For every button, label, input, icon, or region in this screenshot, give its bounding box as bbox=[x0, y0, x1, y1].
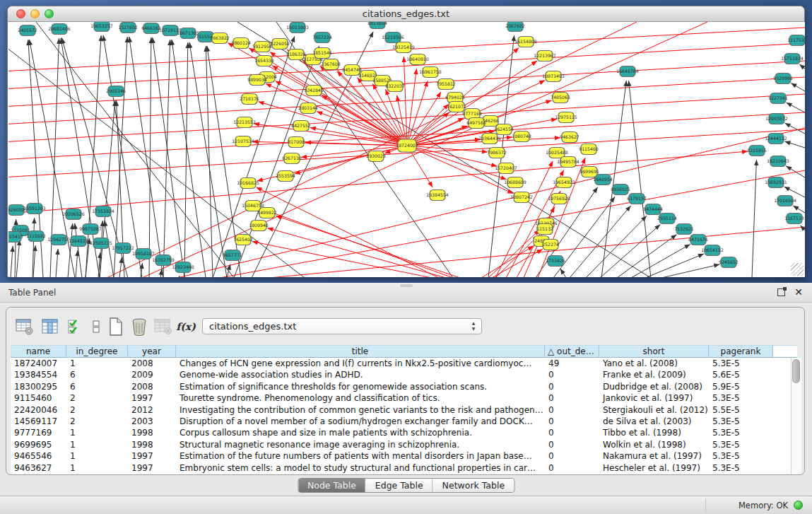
table-cell: 0 bbox=[545, 404, 599, 416]
column-header-indegree[interactable]: in_degree bbox=[66, 345, 128, 358]
edge-arrow-icon bbox=[317, 111, 323, 115]
window-title: citations_edges.txt bbox=[8, 8, 804, 19]
column-header-name[interactable]: name bbox=[11, 345, 66, 358]
graph-edge[interactable] bbox=[628, 81, 651, 277]
select-column-icon bbox=[42, 318, 59, 335]
table-cell: 0 bbox=[545, 381, 599, 392]
graph-edge[interactable] bbox=[301, 146, 407, 158]
edge-arrow-icon bbox=[787, 103, 793, 107]
edge-arrow-icon bbox=[610, 197, 615, 202]
edge-arrow-icon bbox=[252, 240, 258, 245]
select-rows-check-button[interactable] bbox=[65, 317, 85, 337]
table-row[interactable]: 977716911998Corpus callosum shape and si… bbox=[11, 427, 797, 438]
table-cell: 0 bbox=[545, 427, 599, 438]
function-builder-button[interactable]: f(x) bbox=[176, 317, 196, 337]
table-cell: 1 bbox=[66, 439, 128, 450]
edge-arrow-icon bbox=[559, 170, 564, 176]
graph-edge[interactable] bbox=[114, 37, 127, 277]
status-divider bbox=[705, 498, 706, 512]
graph-edge[interactable] bbox=[172, 40, 206, 277]
window-titlebar[interactable]: citations_edges.txt bbox=[8, 6, 804, 22]
table-panel-title: Table Panel bbox=[8, 288, 56, 298]
graph-edge[interactable] bbox=[276, 216, 460, 277]
table-row[interactable]: 946362711997Embryonic stem cells: a mode… bbox=[11, 462, 797, 474]
graph-node-label: 15591283 bbox=[23, 206, 46, 211]
new-file-button[interactable] bbox=[106, 317, 126, 337]
table-row[interactable]: 1938455462009Genome-wide association stu… bbox=[11, 369, 797, 380]
graph-node-label: 10025488 bbox=[546, 150, 568, 155]
table-row[interactable]: 969969511998Structural magnetic resonanc… bbox=[11, 439, 797, 450]
edge-arrow-icon bbox=[175, 276, 180, 277]
delete-button[interactable] bbox=[129, 317, 149, 337]
graph-node-label: 9474444 bbox=[643, 206, 663, 211]
graph-edge[interactable] bbox=[752, 160, 756, 277]
table-row[interactable]: 1456911722003Disruption of a novel membe… bbox=[11, 416, 797, 427]
table-cell: 2 bbox=[66, 416, 128, 427]
float-panel-icon[interactable] bbox=[777, 288, 785, 296]
table-scrollbar-thumb[interactable] bbox=[792, 359, 800, 383]
table-settings-button[interactable] bbox=[15, 317, 35, 337]
edge-arrow-icon bbox=[305, 140, 311, 144]
table-row[interactable]: 946554611997Estimation of the future num… bbox=[11, 450, 797, 462]
edge-arrow-icon bbox=[754, 160, 758, 165]
column-header-year[interactable]: year bbox=[128, 345, 176, 358]
table-row[interactable]: 2242004622012Investigating the contribut… bbox=[11, 404, 797, 416]
table-cell: 2012 bbox=[128, 404, 176, 416]
graph-edge[interactable] bbox=[184, 42, 188, 277]
graph-edge[interactable] bbox=[129, 37, 163, 277]
graph-node-label: 10973493 bbox=[542, 74, 565, 78]
graph-edge[interactable] bbox=[163, 40, 170, 277]
column-header-short[interactable]: short bbox=[599, 345, 709, 358]
graph-node-label: 16782759 bbox=[152, 257, 175, 262]
graph-edge[interactable] bbox=[100, 100, 115, 277]
graph-edge[interactable] bbox=[153, 37, 184, 277]
column-header-pagerank[interactable]: pagerank bbox=[709, 345, 773, 358]
close-panel-icon[interactable]: ✕ bbox=[794, 286, 803, 298]
edge-arrow-icon bbox=[684, 244, 690, 249]
splitter-handle[interactable] bbox=[400, 284, 413, 287]
resize-grip-icon[interactable] bbox=[791, 263, 804, 276]
table-cell: 2003 bbox=[128, 416, 176, 427]
graph-edge[interactable] bbox=[631, 244, 690, 277]
new-file-icon bbox=[108, 317, 124, 336]
table-row[interactable]: 911546021997Tourette syndrome. Phenomeno… bbox=[11, 392, 797, 404]
table-select-dropdown[interactable]: citations_edges.txt ▲▼ bbox=[202, 318, 482, 334]
graph-edge[interactable] bbox=[68, 223, 73, 277]
graph-edge[interactable] bbox=[492, 249, 543, 277]
tab-network-table[interactable]: Network Table bbox=[433, 479, 514, 492]
tab-edge-table[interactable]: Edge Table bbox=[366, 479, 433, 492]
table-cell: 5.3E-5 bbox=[709, 462, 773, 474]
graph-edge[interactable] bbox=[8, 77, 805, 124]
table-cell: Changes of HCN gene expression and I(f) … bbox=[176, 358, 545, 369]
delete-table-button[interactable] bbox=[153, 317, 173, 337]
status-bar: Memory: OK bbox=[0, 496, 812, 514]
table-cell: 2008 bbox=[128, 358, 176, 369]
tab-node-table[interactable]: Node Table bbox=[298, 479, 366, 492]
table-scrollbar[interactable] bbox=[791, 358, 801, 474]
graph-edge[interactable] bbox=[407, 69, 416, 146]
graph-node-label: 12975115 bbox=[555, 115, 577, 119]
graph-node-label: 2405572 bbox=[18, 28, 37, 33]
graph-node-label: 16961758 bbox=[419, 69, 442, 74]
network-canvas[interactable]: 2405572206914061065325715276026466162107… bbox=[8, 22, 805, 277]
column-header-title[interactable]: title bbox=[176, 345, 545, 358]
graph-edge[interactable] bbox=[586, 216, 647, 277]
graph-node-label: 2367608 bbox=[321, 62, 341, 66]
edge-arrow-icon bbox=[258, 101, 264, 105]
network-graph[interactable]: 2405572206914061065325715276026466162107… bbox=[8, 22, 805, 277]
graph-edge[interactable] bbox=[258, 102, 407, 146]
graph-edge[interactable] bbox=[488, 230, 540, 277]
table-row[interactable]: 1872400712008Changes of HCN gene express… bbox=[11, 358, 797, 369]
column-header-outde[interactable]: △ out_de… bbox=[545, 345, 599, 358]
graph-edge[interactable] bbox=[149, 37, 151, 277]
graph-node-label: 1809948 bbox=[249, 223, 269, 228]
row-height-button[interactable] bbox=[86, 317, 106, 337]
graph-node-label: 10958107 bbox=[132, 251, 155, 256]
table-row[interactable]: 1830029562008Estimation of significance … bbox=[11, 381, 797, 392]
graph-edge[interactable] bbox=[661, 264, 719, 277]
graph-edge[interactable] bbox=[407, 81, 428, 146]
graph-edge[interactable] bbox=[645, 254, 704, 277]
graph-node-label: 9777169 bbox=[462, 111, 482, 116]
select-column-button[interactable] bbox=[40, 317, 60, 337]
graph-node-label: 7532621 bbox=[674, 226, 694, 231]
